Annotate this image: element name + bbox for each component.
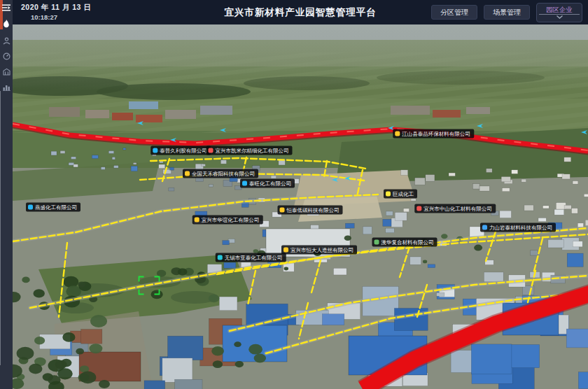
company-label-text: 宜兴市华谊化工有限公司 xyxy=(202,217,260,223)
company-label[interactable]: 巨成化工 xyxy=(384,190,417,199)
zone-management-button[interactable]: 分区管理 xyxy=(431,5,477,20)
company-labels-layer: 泰普久利胶有限公司宜兴市凯米尔精细化工有限公司全国天禾睿阳科技有限公司泰旺化工有… xyxy=(13,24,588,389)
company-label[interactable]: 宜兴市恒大人造丝有限公司 xyxy=(281,246,357,255)
company-label[interactable]: 江山县泰晶环保材料有限公司 xyxy=(393,129,474,139)
divider xyxy=(0,91,1,365)
company-label[interactable]: 力山岩泰材料科技有限公司 xyxy=(480,223,556,232)
company-marker-icon xyxy=(218,255,223,260)
header-actions: 分区管理 场景管理 园区企业 xyxy=(431,0,582,24)
company-label-text: 宜兴市中山化工材料有限公司 xyxy=(424,206,492,212)
company-label-text: 宜兴市凯米尔精细化工有限公司 xyxy=(216,148,289,154)
company-label-text: 巨成化工 xyxy=(393,191,414,197)
divider xyxy=(539,14,580,15)
company-marker-icon xyxy=(416,206,421,211)
company-label-text: 燕盛化工有限公司 xyxy=(35,204,77,211)
smart-park-platform: 2020 年 11 月 13 日 10:18:27 宜兴市新材料产业园智慧管理平… xyxy=(0,0,588,389)
company-label[interactable]: 宜兴市华谊化工有限公司 xyxy=(192,215,263,225)
menu-icon[interactable] xyxy=(0,1,13,15)
company-label[interactable]: 泰普久利胶有限公司 xyxy=(150,146,211,155)
company-label[interactable]: 全国天禾睿阳科技有限公司 xyxy=(183,169,258,178)
scene-management-button[interactable]: 场景管理 xyxy=(484,5,530,20)
left-toolbar xyxy=(0,0,13,389)
company-label-text: 泰旺化工有限公司 xyxy=(249,181,291,187)
company-label[interactable]: 无锡市亚泰化工有限公司 xyxy=(216,253,286,262)
company-label[interactable]: 宜兴市凯米尔精细化工有限公司 xyxy=(206,146,293,155)
gauge-icon[interactable] xyxy=(0,49,13,63)
factory-icon[interactable] xyxy=(0,64,13,78)
company-label[interactable]: 宜兴市中山化工材料有限公司 xyxy=(414,204,496,213)
company-marker-icon xyxy=(28,205,33,210)
company-marker-icon xyxy=(209,148,214,153)
company-label[interactable]: 恒泰低碳科技有限公司 xyxy=(278,206,343,215)
company-label-text: 泰普久利胶有限公司 xyxy=(160,148,207,154)
company-label[interactable]: 泰旺化工有限公司 xyxy=(240,179,295,188)
flame-icon[interactable] xyxy=(0,17,13,31)
enterprise-dropdown[interactable]: 园区企业 xyxy=(536,3,582,22)
user-icon[interactable] xyxy=(0,34,13,48)
company-marker-icon xyxy=(482,225,487,230)
company-marker-icon xyxy=(195,218,200,222)
company-marker-icon xyxy=(386,192,391,197)
enterprise-dropdown-label: 园区企业 xyxy=(546,6,573,13)
company-label-text: 全国天禾睿阳科技有限公司 xyxy=(192,171,255,177)
company-marker-icon xyxy=(284,248,288,253)
bar-chart-icon[interactable] xyxy=(0,80,13,94)
company-marker-icon xyxy=(242,181,247,186)
company-marker-icon xyxy=(395,132,400,136)
company-label-text: 力山岩泰材料科技有限公司 xyxy=(489,225,552,231)
map-3d-view[interactable]: 泰普久利胶有限公司宜兴市凯米尔精细化工有限公司全国天禾睿阳科技有限公司泰旺化工有… xyxy=(13,24,588,389)
current-time: 10:18:27 xyxy=(31,13,57,21)
company-label-text: 恒泰低碳科技有限公司 xyxy=(287,207,340,213)
company-label-text: 宜兴市恒大人造丝有限公司 xyxy=(290,247,354,253)
company-label-text: 澳华复合材料有限公司 xyxy=(382,239,434,246)
company-label[interactable]: 燕盛化工有限公司 xyxy=(26,203,80,212)
company-label-text: 无锡市亚泰化工有限公司 xyxy=(225,255,283,261)
company-marker-icon xyxy=(280,208,285,213)
page-title: 宜兴市新材料产业园智慧管理平台 xyxy=(224,6,377,19)
company-label[interactable]: 澳华复合材料有限公司 xyxy=(372,238,438,247)
company-label-text: 江山县泰晶环保材料有限公司 xyxy=(402,131,470,137)
company-marker-icon xyxy=(374,240,379,245)
company-marker-icon xyxy=(153,148,158,153)
company-marker-icon xyxy=(185,171,190,176)
chevron-down-icon xyxy=(556,15,563,19)
top-header: 2020 年 11 月 13 日 10:18:27 宜兴市新材料产业园智慧管理平… xyxy=(13,0,588,24)
current-date: 2020 年 11 月 13 日 xyxy=(21,3,91,13)
